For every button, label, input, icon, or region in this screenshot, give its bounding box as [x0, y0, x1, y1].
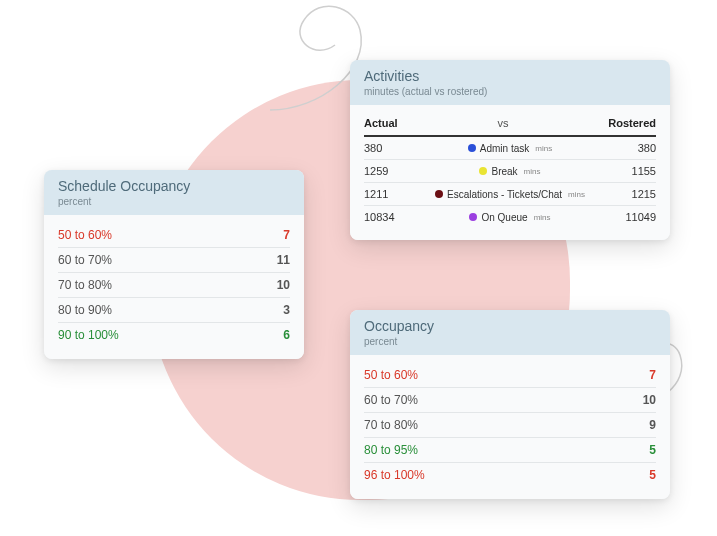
range-value: 11: [262, 253, 290, 267]
list-item: 96 to 100%5: [364, 463, 656, 487]
list-item: 70 to 80%10: [58, 273, 290, 298]
list-item: 60 to 70%11: [58, 248, 290, 273]
activities-table: Actual vs Rostered 380Admin taskmins3801…: [350, 105, 670, 240]
mins-suffix: mins: [534, 213, 551, 222]
card-header: Activities minutes (actual vs rostered): [350, 60, 670, 105]
list-item: 80 to 90%3: [58, 298, 290, 323]
list-item: 80 to 95%5: [364, 438, 656, 463]
rostered-value: 1215: [606, 188, 656, 200]
list-item: 50 to 60%7: [58, 223, 290, 248]
rostered-value: 11049: [606, 211, 656, 223]
list-item: 50 to 60%7: [364, 363, 656, 388]
occupancy-card: Occupancy percent 50 to 60%760 to 70%107…: [350, 310, 670, 499]
range-value: 9: [628, 418, 656, 432]
card-header: Occupancy percent: [350, 310, 670, 355]
schedule-occupancy-card: Schedule Occupancy percent 50 to 60%760 …: [44, 170, 304, 359]
activity-name: On Queue: [481, 212, 527, 223]
series-color-dot-icon: [469, 213, 477, 221]
activity-label: Escalations - Tickets/Chatmins: [414, 189, 606, 200]
list-item: 90 to 100%6: [58, 323, 290, 347]
series-color-dot-icon: [479, 167, 487, 175]
schedule-occupancy-list: 50 to 60%760 to 70%1170 to 80%1080 to 90…: [44, 215, 304, 359]
occupancy-list: 50 to 60%760 to 70%1070 to 80%980 to 95%…: [350, 355, 670, 499]
range-label: 70 to 80%: [58, 278, 262, 292]
rostered-value: 1155: [606, 165, 656, 177]
range-value: 5: [628, 468, 656, 482]
card-subtitle: percent: [364, 336, 656, 347]
activity-name: Break: [491, 166, 517, 177]
range-label: 90 to 100%: [58, 328, 262, 342]
range-label: 50 to 60%: [364, 368, 628, 382]
card-header: Schedule Occupancy percent: [44, 170, 304, 215]
mins-suffix: mins: [535, 144, 552, 153]
list-item: 60 to 70%10: [364, 388, 656, 413]
table-row: 380Admin taskmins380: [364, 137, 656, 160]
activity-label: Breakmins: [414, 166, 606, 177]
range-value: 7: [262, 228, 290, 242]
range-value: 3: [262, 303, 290, 317]
range-value: 6: [262, 328, 290, 342]
actual-value: 380: [364, 142, 414, 154]
column-header-actual: Actual: [364, 117, 398, 129]
activities-table-header: Actual vs Rostered: [364, 113, 656, 137]
column-header-vs: vs: [398, 117, 609, 129]
card-title: Occupancy: [364, 318, 656, 334]
actual-value: 1259: [364, 165, 414, 177]
card-subtitle: minutes (actual vs rostered): [364, 86, 656, 97]
range-value: 5: [628, 443, 656, 457]
activity-name: Escalations - Tickets/Chat: [447, 189, 562, 200]
actual-value: 1211: [364, 188, 414, 200]
column-header-rostered: Rostered: [608, 117, 656, 129]
table-row: 10834On Queuemins11049: [364, 206, 656, 228]
range-value: 10: [262, 278, 290, 292]
range-label: 80 to 95%: [364, 443, 628, 457]
range-label: 80 to 90%: [58, 303, 262, 317]
range-value: 7: [628, 368, 656, 382]
activity-label: Admin taskmins: [414, 143, 606, 154]
activities-card: Activities minutes (actual vs rostered) …: [350, 60, 670, 240]
card-subtitle: percent: [58, 196, 290, 207]
rostered-value: 380: [606, 142, 656, 154]
range-label: 60 to 70%: [364, 393, 628, 407]
actual-value: 10834: [364, 211, 414, 223]
mins-suffix: mins: [524, 167, 541, 176]
activity-label: On Queuemins: [414, 212, 606, 223]
list-item: 70 to 80%9: [364, 413, 656, 438]
table-row: 1259Breakmins1155: [364, 160, 656, 183]
range-label: 60 to 70%: [58, 253, 262, 267]
card-title: Schedule Occupancy: [58, 178, 290, 194]
mins-suffix: mins: [568, 190, 585, 199]
series-color-dot-icon: [468, 144, 476, 152]
card-title: Activities: [364, 68, 656, 84]
range-label: 96 to 100%: [364, 468, 628, 482]
activity-name: Admin task: [480, 143, 529, 154]
range-value: 10: [628, 393, 656, 407]
range-label: 50 to 60%: [58, 228, 262, 242]
range-label: 70 to 80%: [364, 418, 628, 432]
series-color-dot-icon: [435, 190, 443, 198]
table-row: 1211Escalations - Tickets/Chatmins1215: [364, 183, 656, 206]
